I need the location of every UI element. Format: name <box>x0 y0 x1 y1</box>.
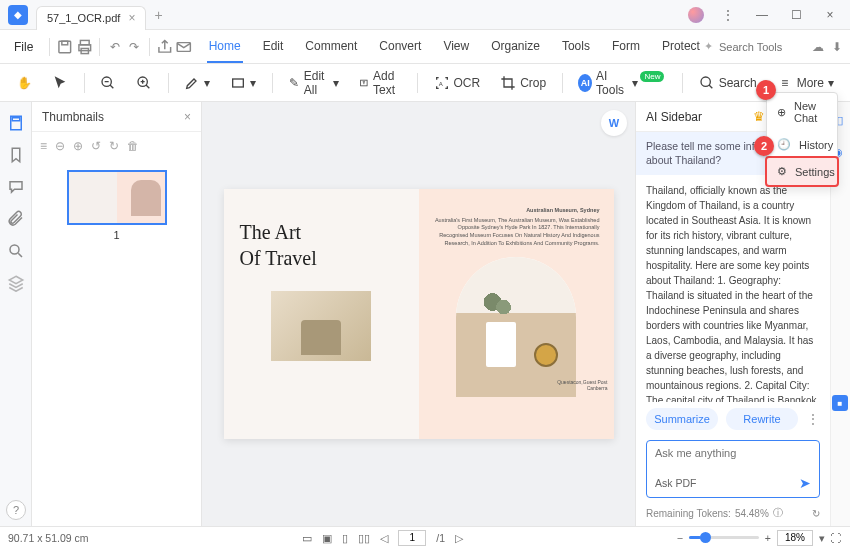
add-text-button[interactable]: Add Text <box>351 69 409 97</box>
tab-close-icon[interactable]: × <box>128 11 135 25</box>
page-left: The Art Of Travel <box>224 189 419 439</box>
crown-icon[interactable]: ♛ <box>753 109 765 124</box>
add-tab-button[interactable]: + <box>154 7 162 23</box>
refresh-icon[interactable]: ↻ <box>812 508 820 519</box>
tab-edit[interactable]: Edit <box>261 31 286 63</box>
document-tab[interactable]: 57_1_OCR.pdf × <box>36 6 146 30</box>
convert-word-icon[interactable]: W <box>601 110 627 136</box>
fit-width-icon[interactable]: ▭ <box>302 532 312 544</box>
minimize-button[interactable]: — <box>746 3 778 27</box>
gear-icon: ⚙ <box>777 165 787 178</box>
shape-button[interactable]: ▾ <box>222 69 264 97</box>
document-viewport[interactable]: W The Art Of Travel Australian Museum, S… <box>202 102 635 526</box>
edit-all-button[interactable]: ✎Edit All ▾ <box>281 69 348 97</box>
thumb-list-icon[interactable]: ≡ <box>40 139 47 153</box>
tab-form[interactable]: Form <box>610 31 642 63</box>
chevron-down-icon[interactable]: ▾ <box>819 532 825 544</box>
rewrite-button[interactable]: Rewrite <box>726 408 798 430</box>
undo-icon[interactable]: ↶ <box>106 34 124 60</box>
save-icon[interactable] <box>56 34 74 60</box>
zoom-input[interactable] <box>777 530 813 546</box>
doc-photo-arch <box>456 257 576 397</box>
ai-side-launcher-icon[interactable]: ■ <box>832 395 848 411</box>
dropdown-history[interactable]: 🕘 History <box>767 131 837 158</box>
ai-tools-button[interactable]: AIAI Tools ▾New <box>570 69 674 97</box>
tab-protect[interactable]: Protect <box>660 31 702 63</box>
zoom-in-button[interactable] <box>128 69 160 97</box>
download-icon[interactable]: ⬇ <box>828 34 846 60</box>
thumbnails-close-icon[interactable]: × <box>184 110 191 124</box>
ai-sidebar-title: AI Sidebar <box>646 110 702 124</box>
view-facing-icon[interactable]: ▯▯ <box>358 532 370 544</box>
help-button[interactable]: ? <box>6 500 26 520</box>
view-single-icon[interactable]: ▯ <box>342 532 348 544</box>
rail-thumbnails-icon[interactable] <box>7 114 25 132</box>
thumb-rotate-right-icon[interactable]: ↻ <box>109 139 119 153</box>
cloud-icon[interactable]: ☁ <box>809 34 827 60</box>
tab-comment[interactable]: Comment <box>303 31 359 63</box>
tab-organize[interactable]: Organize <box>489 31 542 63</box>
ai-action-row: Summarize Rewrite ⋮ <box>636 402 830 436</box>
zoom-minus-icon[interactable]: − <box>677 532 683 544</box>
rail-layers-icon[interactable] <box>7 274 25 292</box>
zoom-out-icon <box>100 75 116 91</box>
kebab-icon[interactable]: ⋮ <box>712 3 744 27</box>
crop-button[interactable]: Crop <box>492 69 554 97</box>
separator <box>149 38 150 56</box>
ai-actions-more-icon[interactable]: ⋮ <box>806 412 820 426</box>
summarize-button[interactable]: Summarize <box>646 408 718 430</box>
dropdown-new-chat[interactable]: ⊕ New Chat <box>767 93 837 131</box>
page-input[interactable] <box>398 530 426 546</box>
rail-bookmark-icon[interactable] <box>7 146 25 164</box>
ocr-button[interactable]: AOCR <box>426 69 489 97</box>
print-icon[interactable] <box>76 34 94 60</box>
info-icon[interactable]: ⓘ <box>773 506 783 520</box>
thumbnail-page-1[interactable] <box>67 170 167 225</box>
statusbar: 90.71 x 51.09 cm ▭ ▣ ▯ ▯▯ ◁ /1 ▷ − + ▾ ⛶ <box>0 526 850 548</box>
rail-search-icon[interactable] <box>7 242 25 260</box>
dropdown-settings[interactable]: ⚙ Settings <box>767 158 837 185</box>
send-icon[interactable]: ➤ <box>799 475 811 491</box>
fit-page-icon[interactable]: ▣ <box>322 532 332 544</box>
zoom-thumb[interactable] <box>700 532 711 543</box>
share-icon[interactable] <box>156 34 174 60</box>
account-avatar-icon[interactable] <box>688 7 704 23</box>
thumbnail-label: 1 <box>42 229 191 241</box>
tab-home[interactable]: Home <box>207 31 243 63</box>
menu-icon: ≡ <box>777 75 793 91</box>
search-tools[interactable]: ✦ <box>704 40 799 53</box>
highlight-button[interactable]: ▾ <box>176 69 218 97</box>
tab-view[interactable]: View <box>441 31 471 63</box>
rail-attachment-icon[interactable] <box>7 210 25 228</box>
thumb-delete-icon[interactable]: 🗑 <box>127 139 139 153</box>
rail-comment-icon[interactable] <box>7 178 25 196</box>
svg-rect-1 <box>62 41 68 45</box>
zoom-plus-icon[interactable]: + <box>765 532 771 544</box>
maximize-button[interactable]: ☐ <box>780 3 812 27</box>
ask-pdf-toggle[interactable]: Ask PDF <box>655 477 696 489</box>
select-tool[interactable] <box>44 69 76 97</box>
file-menu[interactable]: File <box>4 36 43 58</box>
tab-tools[interactable]: Tools <box>560 31 592 63</box>
thumb-rotate-left-icon[interactable]: ↺ <box>91 139 101 153</box>
app-logo-icon: ◆ <box>8 5 28 25</box>
zoom-out-button[interactable] <box>92 69 124 97</box>
svg-point-14 <box>10 245 19 254</box>
ai-input-box[interactable]: Ask PDF ➤ <box>646 440 820 498</box>
email-icon[interactable] <box>175 34 193 60</box>
hand-tool[interactable]: ✋ <box>8 69 40 97</box>
prev-page-icon[interactable]: ◁ <box>380 532 388 544</box>
window-close-button[interactable]: × <box>814 3 846 27</box>
next-page-icon[interactable]: ▷ <box>455 532 463 544</box>
search-button[interactable]: Search <box>691 69 765 97</box>
thumb-zoom-in-icon[interactable]: ⊕ <box>73 139 83 153</box>
ai-text-input[interactable] <box>655 447 811 459</box>
search-tools-input[interactable] <box>719 41 799 53</box>
redo-icon[interactable]: ↷ <box>125 34 143 60</box>
cursor-icon <box>52 75 68 91</box>
pencil-icon: ✎ <box>289 75 300 91</box>
tab-convert[interactable]: Convert <box>377 31 423 63</box>
fullscreen-icon[interactable]: ⛶ <box>831 532 842 544</box>
zoom-slider[interactable] <box>689 536 759 539</box>
thumb-zoom-out-icon[interactable]: ⊖ <box>55 139 65 153</box>
